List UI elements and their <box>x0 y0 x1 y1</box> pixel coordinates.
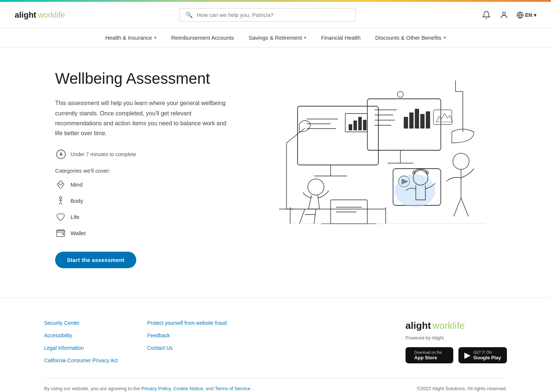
lang-chevron-icon: ▾ <box>534 12 536 18</box>
cookie-notice-link[interactable]: Cookie Notice <box>173 386 203 391</box>
svg-point-0 <box>503 12 505 15</box>
user-icon[interactable] <box>499 10 509 20</box>
footer-bottom: By using our website, you are agreeing t… <box>44 378 507 391</box>
logo-alight: alight <box>15 10 36 20</box>
footer-logo-alight: alight <box>406 320 431 331</box>
svg-marker-63 <box>436 114 453 122</box>
search-icon: 🔍 <box>186 11 193 18</box>
powered-by: Powered by Alight <box>406 335 444 341</box>
svg-point-54 <box>453 153 469 169</box>
footer-legal-text: By using our website, you are agreeing t… <box>44 386 253 391</box>
footer-logo-worklife: worklife <box>432 320 465 331</box>
chevron-down-icon: ▾ <box>444 35 446 40</box>
logo[interactable]: alight worklife <box>15 10 65 20</box>
category-body: Body <box>55 195 231 206</box>
nav-item-reimbursement[interactable]: Reimbursement Accounts <box>171 35 234 41</box>
app-buttons: Download on the App Store ▶ GET IT ON Go… <box>406 347 507 363</box>
category-wallet-label: Wallet <box>71 230 86 236</box>
search-bar[interactable]: 🔍 <box>179 8 356 22</box>
app-store-button[interactable]: Download on the App Store <box>406 347 453 363</box>
mind-icon <box>55 179 66 190</box>
svg-point-4 <box>59 181 62 185</box>
svg-line-57 <box>461 198 468 216</box>
svg-line-56 <box>454 198 461 216</box>
page-title: Wellbeing Assessment <box>55 69 231 88</box>
logo-worklife: worklife <box>38 10 65 20</box>
life-icon <box>55 211 66 222</box>
time-text: Under 7 minutes to complete <box>71 151 136 157</box>
terms-link[interactable]: Terms of Service <box>215 386 251 391</box>
search-input[interactable] <box>197 12 349 18</box>
wellbeing-illustration <box>257 69 485 233</box>
svg-point-6 <box>60 197 62 199</box>
content-left: Wellbeing Assessment This assessment wil… <box>55 69 231 268</box>
clock-icon <box>55 148 67 160</box>
header: alight worklife 🔍 EN ▾ <box>0 2 551 28</box>
category-list: Mind Body <box>55 179 231 238</box>
svg-line-10 <box>61 202 62 205</box>
svg-rect-43 <box>426 112 430 128</box>
svg-rect-40 <box>410 113 413 128</box>
category-mind: Mind <box>55 179 231 190</box>
time-badge: Under 7 minutes to complete <box>55 148 231 160</box>
nav-item-health[interactable]: Health & Insurance ▾ <box>105 35 156 41</box>
google-play-icon: ▶ <box>464 350 471 360</box>
svg-rect-27 <box>359 117 361 130</box>
app-store-name: App Store <box>414 355 442 360</box>
svg-rect-42 <box>421 114 424 128</box>
svg-point-34 <box>397 91 403 97</box>
google-play-name: Google Play <box>473 355 501 360</box>
footer-col-1: Security Center Accessibility Legal Info… <box>44 320 118 363</box>
svg-rect-17 <box>298 106 378 165</box>
footer-legal[interactable]: Legal Information <box>44 345 118 351</box>
footer-security-center[interactable]: Security Center <box>44 320 118 326</box>
svg-rect-28 <box>363 120 366 130</box>
start-assessment-button[interactable]: Start the assessment <box>55 252 136 268</box>
svg-point-29 <box>308 179 324 195</box>
svg-point-3 <box>60 154 62 155</box>
privacy-policy-link[interactable]: Privacy Policy <box>141 386 171 391</box>
copyright: ©2022 Alight Solutions. All rights reser… <box>417 386 507 391</box>
footer-logo: alight worklife <box>406 320 465 331</box>
lang-label: EN <box>525 12 532 18</box>
footer-fraud[interactable]: Protect yourself from website fraud <box>147 320 227 326</box>
svg-rect-41 <box>415 109 419 128</box>
nav-item-financial[interactable]: Financial Health <box>321 35 361 41</box>
footer-main: Security Center Accessibility Legal Info… <box>0 298 551 392</box>
footer-brand: alight worklife Powered by Alight Downlo… <box>406 320 507 363</box>
categories-label: Categories we'll cover: <box>55 168 231 174</box>
main-content: Wellbeing Assessment This assessment wil… <box>40 47 511 283</box>
google-play-label: GET IT ON <box>473 350 501 355</box>
svg-rect-18 <box>298 106 378 165</box>
body-icon <box>55 195 66 206</box>
page-description: This assessment will help you learn wher… <box>55 98 231 138</box>
svg-rect-26 <box>354 121 357 130</box>
footer-col-2: Protect yourself from website fraud Feed… <box>147 320 227 363</box>
footer-ccpa[interactable]: California Consumer Privacy Act <box>44 357 118 363</box>
language-selector[interactable]: EN ▾ <box>516 11 536 19</box>
category-mind-label: Mind <box>71 181 83 188</box>
nav-item-savings[interactable]: Savings & Retirement ▾ <box>249 35 306 41</box>
footer-feedback[interactable]: Feedback <box>147 332 227 338</box>
category-life-label: Life <box>71 214 79 220</box>
svg-point-52 <box>395 174 435 207</box>
svg-rect-39 <box>404 117 408 128</box>
chevron-down-icon: ▾ <box>304 35 306 40</box>
notification-icon[interactable] <box>481 10 491 20</box>
chevron-down-icon: ▾ <box>154 35 156 40</box>
footer-columns: Security Center Accessibility Legal Info… <box>44 320 507 363</box>
wallet-icon <box>55 227 66 238</box>
svg-line-14 <box>287 128 305 143</box>
nav-item-discounts[interactable]: Discounts & Other Benefits ▾ <box>375 35 446 41</box>
google-play-button[interactable]: ▶ GET IT ON Google Play <box>458 347 507 363</box>
category-wallet: Wallet <box>55 227 231 238</box>
header-icons: EN ▾ <box>481 10 536 20</box>
category-life: Life <box>55 211 231 222</box>
footer-accessibility[interactable]: Accessibility <box>44 332 118 338</box>
category-body-label: Body <box>71 198 83 204</box>
footer-contact[interactable]: Contact Us <box>147 345 227 351</box>
app-store-label: Download on the <box>414 350 442 355</box>
svg-point-12 <box>63 234 64 235</box>
content-right <box>246 69 496 233</box>
svg-rect-25 <box>349 125 352 130</box>
